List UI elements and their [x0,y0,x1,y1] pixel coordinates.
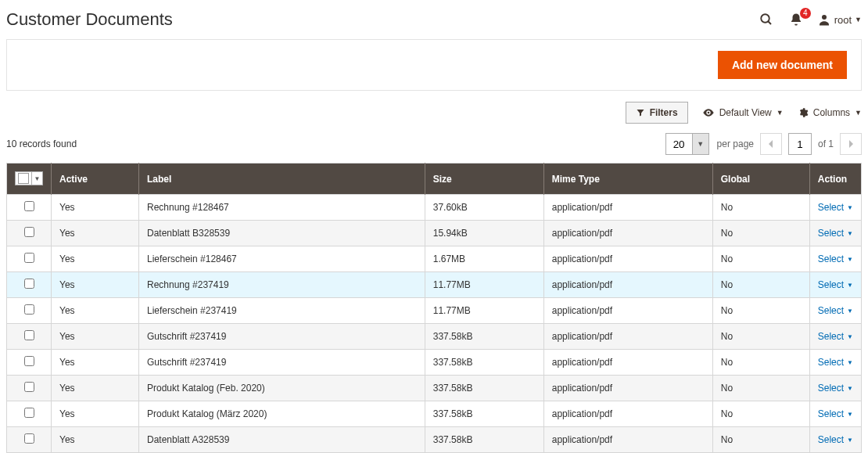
cell-global: No [712,350,809,376]
action-bar: Add new document [6,39,862,91]
cell-active: Yes [52,401,139,427]
row-checkbox[interactable] [24,253,34,263]
per-page-label: per page [717,138,754,149]
cell-size: 37.60kB [425,195,543,221]
cell-active: Yes [52,221,139,246]
cell-active: Yes [52,376,139,401]
col-header-active[interactable]: Active [52,164,139,195]
caret-down-icon: ▼ [855,16,862,23]
row-action-select[interactable]: Select ▼ [818,228,853,239]
row-action-select[interactable]: Select ▼ [818,408,853,419]
cell-size: 337.58kB [425,401,543,427]
notification-badge: 4 [800,8,811,19]
row-checkbox[interactable] [24,356,34,366]
notifications-button[interactable]: 4 [787,11,805,28]
row-checkbox[interactable] [24,330,34,340]
row-action-select[interactable]: Select ▼ [818,253,853,264]
table-header-row: ▼ Active Label Size Mime Type Global Act… [7,164,862,195]
table-row: YesLieferschein #23741911.77MBapplicatio… [7,298,862,324]
row-action-select[interactable]: Select ▼ [818,383,853,394]
cell-label: Rechnung #128467 [139,195,425,221]
row-action-select[interactable]: Select ▼ [818,331,853,342]
cell-active: Yes [52,195,139,221]
cell-mime: application/pdf [543,324,712,350]
table-row: YesRechnung #12846737.60kBapplication/pd… [7,195,862,221]
gear-icon [798,107,809,118]
cell-mime: application/pdf [543,272,712,298]
cell-label: Rechnung #237419 [139,272,425,298]
page-input[interactable] [788,133,812,155]
prev-page-button[interactable] [760,133,782,155]
cell-global: No [712,272,809,298]
row-checkbox[interactable] [24,304,34,315]
cell-global: No [712,195,809,221]
cell-size: 15.94kB [425,221,543,246]
svg-point-0 [761,14,769,23]
row-action-select[interactable]: Select ▼ [818,202,853,213]
col-header-action: Action [809,164,861,195]
row-checkbox[interactable] [24,382,34,392]
cell-mime: application/pdf [543,376,712,401]
cell-size: 1.67MB [425,246,543,272]
row-action-select[interactable]: Select ▼ [818,434,853,445]
search-icon[interactable] [758,11,775,28]
header-actions: 4 root ▼ [758,11,862,28]
row-checkbox[interactable] [24,227,34,237]
col-header-size[interactable]: Size [425,164,543,195]
next-page-button[interactable] [840,133,862,155]
select-all-checkbox[interactable] [18,173,29,184]
cell-mime: application/pdf [543,298,712,324]
cell-mime: application/pdf [543,221,712,246]
cell-active: Yes [52,298,139,324]
cell-global: No [712,324,809,350]
filters-button[interactable]: Filters [626,102,688,124]
table-row: YesGutschrift #237419337.58kBapplication… [7,350,862,376]
table-row: YesProdukt Katalog (März 2020)337.58kBap… [7,401,862,427]
page-of-label: of 1 [818,138,834,149]
row-checkbox[interactable] [24,433,34,444]
grid-toolbar: Filters Default View ▼ Columns ▼ [6,91,862,128]
filters-label: Filters [650,107,678,118]
cell-global: No [712,246,809,272]
cell-size: 337.58kB [425,427,543,453]
default-view-button[interactable]: Default View ▼ [702,106,784,119]
table-row: YesRechnung #23741911.77MBapplication/pd… [7,272,862,298]
caret-down-icon: ▼ [847,359,853,366]
row-action-select[interactable]: Select ▼ [818,279,853,290]
cell-label: Gutschrift #237419 [139,350,425,376]
caret-down-icon: ▼ [847,385,853,392]
col-header-mime[interactable]: Mime Type [543,164,712,195]
columns-button[interactable]: Columns ▼ [798,107,862,118]
col-header-label[interactable]: Label [139,164,425,195]
cell-label: Datenblatt A328539 [139,427,425,453]
caret-down-icon: ▼ [847,204,853,211]
select-dropdown[interactable]: ▼ [31,172,42,185]
row-action-select[interactable]: Select ▼ [818,357,853,368]
cell-global: No [712,427,809,453]
row-checkbox[interactable] [24,201,34,211]
table-row: YesLieferschein #1284671.67MBapplication… [7,246,862,272]
cell-size: 337.58kB [425,350,543,376]
row-checkbox[interactable] [24,408,34,418]
cell-label: Lieferschein #128467 [139,246,425,272]
chevron-left-icon [768,140,774,148]
cell-active: Yes [52,246,139,272]
row-action-select[interactable]: Select ▼ [818,305,853,316]
table-row: YesDatenblatt B32853915.94kBapplication/… [7,221,862,246]
per-page-input[interactable] [665,133,692,155]
per-page-dropdown[interactable]: ▼ [692,133,709,155]
row-checkbox[interactable] [24,279,34,289]
caret-down-icon: ▼ [777,109,784,117]
cell-global: No [712,401,809,427]
cell-active: Yes [52,272,139,298]
listing-top: 10 records found ▼ per page of 1 [6,128,862,163]
cell-label: Datenblatt B328539 [139,221,425,246]
col-header-global[interactable]: Global [712,164,809,195]
user-menu[interactable]: root ▼ [817,13,862,27]
col-header-checkbox[interactable]: ▼ [7,164,52,195]
user-icon [817,13,831,27]
cell-mime: application/pdf [543,427,712,453]
add-new-document-button[interactable]: Add new document [718,51,847,79]
caret-down-icon: ▼ [847,282,853,289]
caret-down-icon: ▼ [847,307,853,315]
